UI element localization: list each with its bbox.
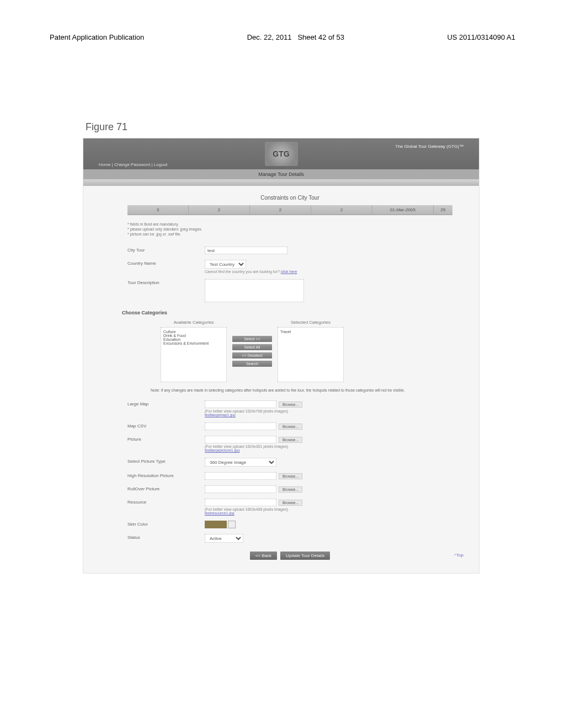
label-country-name: Country Name bbox=[127, 260, 205, 266]
high-res-file-input[interactable] bbox=[205, 472, 276, 480]
update-tour-details-button[interactable]: Update Tour Details bbox=[280, 552, 330, 560]
picture-filename[interactable]: testlargepicture1.jpg bbox=[205, 448, 452, 452]
deselect-button[interactable]: << Deselect bbox=[232, 352, 272, 358]
categories-note: Note: If any changes are made in selecti… bbox=[127, 388, 452, 393]
figure-label: Figure 71 bbox=[86, 121, 127, 133]
picture-hint: (For better view upload 1024x301 pixels … bbox=[205, 445, 452, 448]
pub-label: Patent Application Publication bbox=[50, 33, 144, 41]
available-categories-title: Available Categories bbox=[161, 320, 227, 325]
back-button[interactable]: << Back bbox=[250, 552, 277, 560]
topbar: Home | Change Password | Logout GTG The … bbox=[83, 138, 479, 169]
large-map-browse-button[interactable]: Browse... bbox=[279, 402, 302, 408]
country-select[interactable]: Test Country bbox=[205, 260, 246, 269]
map-csv-browse-button[interactable]: Browse... bbox=[279, 424, 302, 430]
pub-date-sheet: Dec. 22, 2011 Sheet 42 of 53 bbox=[247, 33, 344, 41]
summary-cell-4: 2 bbox=[311, 205, 372, 215]
brand-tagline: The Global Tour Gateway (GTG)™ bbox=[396, 144, 463, 149]
label-map-csv: Map CSV bbox=[127, 422, 205, 429]
note-1: * fields in Bold are mandatory. bbox=[127, 222, 452, 227]
rollover-file-input[interactable] bbox=[205, 485, 276, 493]
cat-item[interactable]: Excursions & Environment bbox=[163, 341, 224, 345]
section-band: Manage Tour Details bbox=[83, 169, 479, 179]
resource-hint: (For better view upload 1063x408 pixels … bbox=[205, 507, 452, 511]
picture-browse-button[interactable]: Browse... bbox=[279, 437, 302, 443]
label-tour-description: Tour Description bbox=[127, 279, 205, 285]
cat-item[interactable]: Education bbox=[163, 338, 224, 341]
nav-links: Home | Change Password | Logout bbox=[99, 162, 167, 167]
rollover-browse-button[interactable]: Browse... bbox=[279, 486, 302, 493]
gradient-band bbox=[83, 179, 479, 186]
large-map-hint: (For better view upload 1024x768 pixels … bbox=[205, 409, 452, 413]
cat-item[interactable]: Travel bbox=[280, 330, 341, 334]
cat-item[interactable]: Culture bbox=[163, 330, 224, 334]
cat-item[interactable]: Drink & Food bbox=[163, 334, 224, 338]
note-2: * please upload only standard .jpeg imag… bbox=[127, 227, 452, 232]
resource-filename[interactable]: testresource1.jpg bbox=[205, 511, 452, 515]
status-select[interactable]: Active bbox=[205, 534, 243, 543]
section-choose-categories: Choose Categories bbox=[122, 310, 452, 315]
label-status: Status bbox=[127, 534, 205, 540]
summary-cell-3: 2 bbox=[250, 205, 311, 215]
resource-browse-button[interactable]: Browse... bbox=[279, 500, 302, 506]
resource-file-input[interactable] bbox=[205, 499, 276, 506]
selected-categories-list[interactable]: Travel bbox=[278, 327, 344, 382]
search-button[interactable]: Search bbox=[232, 361, 272, 367]
nav-home[interactable]: Home bbox=[99, 162, 110, 167]
large-map-file-input[interactable] bbox=[205, 400, 276, 408]
note-3: * picture can be .jpg or .swf file. bbox=[127, 232, 452, 237]
country-hint: Cannot find the country you are looking … bbox=[205, 270, 280, 274]
summary-cell-6: 25 bbox=[434, 205, 452, 215]
summary-cell-date: 01-Mar-2005 bbox=[372, 205, 434, 215]
country-hint-link[interactable]: click here bbox=[281, 270, 297, 274]
logo: GTG bbox=[265, 142, 298, 166]
nav-change-password[interactable]: Change Password bbox=[114, 162, 150, 167]
select-all-button[interactable]: Select All bbox=[232, 344, 272, 350]
high-res-browse-button[interactable]: Browse... bbox=[279, 473, 302, 479]
label-skin-color: Skin Color bbox=[127, 521, 205, 527]
top-link[interactable]: ^Top bbox=[454, 553, 463, 558]
select-button[interactable]: Select >> bbox=[232, 336, 272, 342]
label-high-res-picture: High Resolution Picture bbox=[127, 472, 205, 478]
large-map-filename[interactable]: testlargemap1.jpg bbox=[205, 413, 452, 417]
tour-description-textarea[interactable] bbox=[205, 279, 304, 302]
label-picture: Picture bbox=[127, 436, 205, 442]
picture-type-select[interactable]: 360 Degree Image bbox=[205, 458, 276, 467]
nav-logout[interactable]: Logout bbox=[154, 162, 167, 167]
label-rollover-picture: RollOver Picture bbox=[127, 485, 205, 491]
map-csv-file-input[interactable] bbox=[205, 422, 276, 430]
skin-color-swatch bbox=[205, 521, 227, 528]
form-notes: * fields in Bold are mandatory. * please… bbox=[127, 222, 452, 237]
label-large-map: Large Map bbox=[127, 400, 205, 406]
summary-bar: 3 2 2 2 01-Mar-2005 25 bbox=[127, 205, 452, 215]
label-resource: Resource bbox=[127, 499, 205, 505]
picture-file-input[interactable] bbox=[205, 436, 276, 443]
label-city-tour: City Tour bbox=[127, 247, 205, 253]
app-window: Home | Change Password | Logout GTG The … bbox=[83, 138, 479, 574]
pub-no: US 2011/0314090 A1 bbox=[447, 33, 515, 41]
selected-categories-title: Selected Categories bbox=[278, 320, 344, 325]
skin-color-picker[interactable] bbox=[228, 521, 236, 528]
city-tour-input[interactable] bbox=[205, 247, 287, 254]
summary-cell-2: 2 bbox=[189, 205, 250, 215]
summary-cell-1: 3 bbox=[127, 205, 189, 215]
available-categories-list[interactable]: Culture Drink & Food Education Excursion… bbox=[161, 327, 227, 382]
label-select-picture-type: Select Picture Type bbox=[127, 458, 205, 464]
page-title: Constraints on City Tour bbox=[127, 195, 452, 201]
